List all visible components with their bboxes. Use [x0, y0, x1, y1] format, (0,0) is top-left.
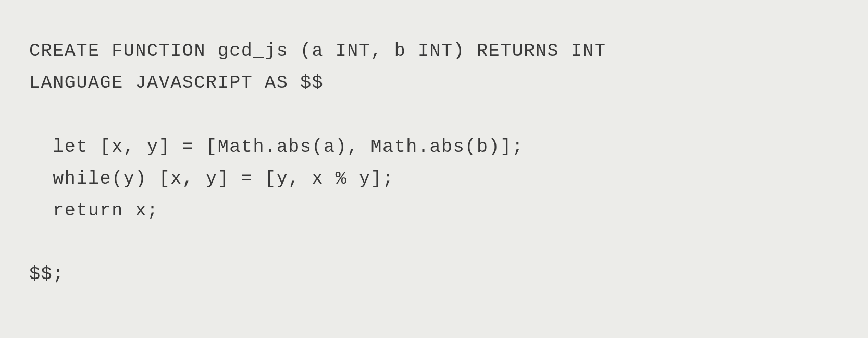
code-line-6: $$; [29, 259, 839, 291]
code-line-4: while(y) [x, y] = [y, x % y]; [29, 163, 839, 195]
code-block: CREATE FUNCTION gcd_js (a INT, b INT) RE… [0, 0, 868, 291]
blank-line [29, 100, 839, 131]
code-line-2: LANGUAGE JAVASCRIPT AS $$ [29, 67, 839, 99]
code-line-1: CREATE FUNCTION gcd_js (a INT, b INT) RE… [29, 35, 839, 67]
code-line-5: return x; [29, 195, 839, 227]
code-line-3: let [x, y] = [Math.abs(a), Math.abs(b)]; [29, 131, 839, 163]
blank-line-2 [29, 227, 839, 259]
